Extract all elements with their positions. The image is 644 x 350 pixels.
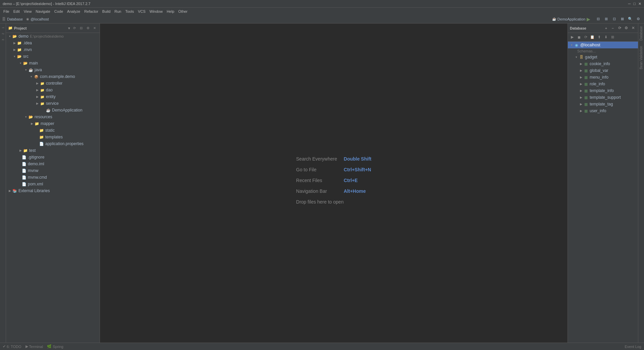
menu-help[interactable]: Help [165, 9, 176, 14]
tree-label-demoapplication: DemoApplication [52, 108, 83, 113]
right-tab-bean-validation[interactable]: Bean Validation [639, 43, 644, 72]
db-item-menu-info[interactable]: ▶ ▦ menu_info [568, 74, 638, 81]
db-item-global-var[interactable]: ▶ ▦ global_var [568, 67, 638, 74]
panel-sync-btn[interactable]: ⟳ [71, 25, 77, 31]
tree-item-extlib[interactable]: ▶ 📚 External Libraries [6, 187, 100, 194]
db-minus-btn[interactable]: − [610, 25, 616, 31]
menu-analyze[interactable]: Analyze [65, 9, 82, 14]
tree-item-appprops[interactable]: 📄 application.properties [6, 140, 100, 147]
db-label-template-support: template_support [590, 95, 621, 100]
tree-item-dao[interactable]: ▶ 📁 dao [6, 87, 100, 93]
menu-view[interactable]: View [22, 9, 34, 14]
tree-item-demoiml[interactable]: 📄 demo.iml [6, 161, 100, 167]
db-tb-1[interactable]: ▶ [569, 34, 575, 40]
status-todo[interactable]: ✔ 6: TODO [3, 344, 21, 349]
db-tb-2[interactable]: ⏹ [576, 34, 582, 40]
db-tb-3[interactable]: ⟳ [583, 34, 589, 40]
menu-window[interactable]: Window [148, 9, 165, 14]
tree-item-static[interactable]: 📁 static [6, 127, 100, 134]
menu-file[interactable]: File [1, 9, 11, 14]
panel-collapse-btn[interactable]: ⊟ [78, 25, 84, 31]
right-tab-database[interactable]: Database [639, 24, 644, 43]
db-schemas-label[interactable]: Schemas... [568, 48, 638, 54]
tree-item-demo[interactable]: ▾ 📂 demo E:\project\idea\demo [6, 33, 100, 40]
panel-dropdown[interactable]: ▾ [68, 26, 70, 31]
project-icon: 📁 [8, 26, 13, 30]
db-item-cookie-info[interactable]: ▶ ▦ cookie_info [568, 60, 638, 67]
menu-edit[interactable]: Edit [11, 9, 22, 14]
search-shortcut[interactable]: Double Shift [344, 156, 371, 162]
db-item-template-tag[interactable]: ▶ ▦ template_tag [568, 101, 638, 107]
toolbar-btn-2[interactable]: ⊞ [602, 15, 610, 23]
db-tb-6[interactable]: ⬇ [603, 34, 609, 40]
menu-navigate[interactable]: Navigate [34, 9, 52, 14]
status-event-log[interactable]: Event Log [625, 345, 641, 349]
host-label[interactable]: @localhost [31, 17, 49, 21]
menu-run[interactable]: Run [112, 9, 123, 14]
run-button[interactable]: ▶ [587, 16, 590, 22]
tree-item-src[interactable]: ▾ 📂 src [6, 53, 100, 60]
left-tab-3[interactable]: 3 [0, 37, 6, 42]
toolbar-btn-6[interactable]: ⚙ [635, 15, 642, 23]
left-tab-2[interactable]: 2 [0, 31, 6, 36]
tree-item-pomxml[interactable]: 📄 pom.xml [6, 181, 100, 187]
toolbar-btn-1[interactable]: ⊟ [594, 15, 602, 23]
db-tb-4[interactable]: 📋 [589, 34, 595, 40]
toolbar-btn-3[interactable]: ⊡ [610, 15, 618, 23]
db-settings-btn[interactable]: ⚙ [623, 25, 629, 31]
db-tb-7[interactable]: ⊞ [609, 34, 615, 40]
app-name[interactable]: DemoApplication [557, 17, 585, 21]
tree-item-mvnw[interactable]: 📄 mvnw [6, 167, 100, 174]
left-tab-1[interactable]: 1 [0, 25, 6, 30]
tree-item-controller[interactable]: ▶ 📁 controller [6, 80, 100, 87]
panel-hide-btn[interactable]: ✕ [92, 25, 98, 31]
tree-item-mvnwcmd[interactable]: 📄 mvnw.cmd [6, 174, 100, 181]
recent-shortcut[interactable]: Ctrl+E [344, 178, 358, 183]
db-item-localhost[interactable]: ▾ ◉ @localhost [568, 42, 638, 48]
tree-item-com[interactable]: ▾ 📦 com.example.demo [6, 73, 100, 80]
tree-arrow-mvnwcmd [17, 175, 21, 180]
tree-item-mvn[interactable]: ▶ 📁 .mvn [6, 46, 100, 53]
spring-label: Spring [53, 345, 63, 349]
tree-item-service[interactable]: ▶ 📁 service [6, 100, 100, 107]
minimize-btn[interactable]: ─ [628, 2, 631, 6]
tree-item-test[interactable]: ▶ 📁 test [6, 147, 100, 154]
status-spring[interactable]: 🌿 Spring [47, 344, 63, 349]
db-item-user-info[interactable]: ▶ ▦ user_info [568, 107, 638, 114]
tree-item-java[interactable]: ▾ ☕ java [6, 67, 100, 73]
folder-icon-main: 📂 [23, 60, 28, 66]
tree-item-mapper[interactable]: ▶ 📁 mapper [6, 120, 100, 127]
goto-shortcut[interactable]: Ctrl+Shift+N [344, 167, 371, 172]
nav-shortcut[interactable]: Alt+Home [344, 188, 366, 194]
tree-item-resources[interactable]: ▾ 📂 resources [6, 114, 100, 120]
db-hide-btn[interactable]: ✕ [630, 25, 636, 31]
close-btn[interactable]: ✕ [638, 2, 641, 6]
db-tb-5[interactable]: ⬆ [596, 34, 602, 40]
extlib-icon: 📚 [12, 188, 17, 193]
tree-item-idea[interactable]: ▶ 📁 .idea [6, 40, 100, 46]
menu-vcs[interactable]: VCS [136, 9, 148, 14]
menu-other[interactable]: Other [176, 9, 190, 14]
menu-code[interactable]: Code [52, 9, 65, 14]
panel-settings-btn[interactable]: ⚙ [85, 25, 91, 31]
status-terminal[interactable]: ▶ Terminal [25, 344, 43, 349]
tree-arrow-entity: ▶ [35, 94, 40, 99]
menu-refactor[interactable]: Refactor [82, 9, 100, 14]
toolbar-btn-5[interactable]: 🔍 [627, 15, 634, 23]
maximize-btn[interactable]: □ [633, 2, 636, 6]
db-item-template-info[interactable]: ▶ ▦ template_info [568, 87, 638, 94]
tree-item-main[interactable]: ▾ 📂 main [6, 60, 100, 67]
db-add-btn[interactable]: + [603, 25, 609, 31]
tree-item-demoapplication[interactable]: ☕ DemoApplication [6, 107, 100, 114]
db-item-gadget[interactable]: ▾ 🗄 gadget [568, 54, 638, 60]
menu-tools[interactable]: Tools [123, 9, 136, 14]
db-item-role-info[interactable]: ▶ ▦ role_info [568, 81, 638, 87]
tree-item-entity[interactable]: ▶ 📁 entity [6, 93, 100, 100]
toolbar-btn-4[interactable]: ⊠ [619, 15, 626, 23]
db-item-template-support[interactable]: ▶ ▦ template_support [568, 94, 638, 101]
tree-item-templates[interactable]: 📁 templates [6, 134, 100, 140]
db-refresh-btn[interactable]: ⟳ [616, 25, 623, 31]
menu-build[interactable]: Build [100, 9, 112, 14]
tree-item-gitignore[interactable]: 📄 .gitignore [6, 154, 100, 161]
database-label[interactable]: Database [7, 17, 23, 21]
